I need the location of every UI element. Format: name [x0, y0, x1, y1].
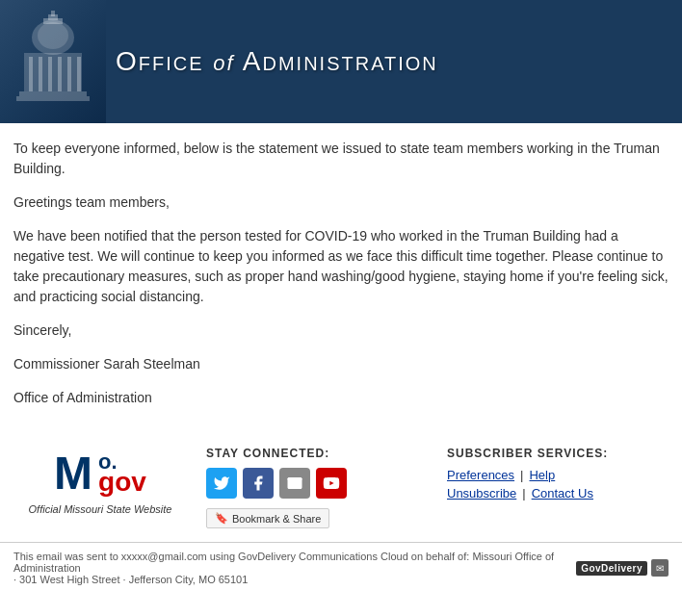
svg-rect-13: [16, 96, 90, 101]
footer-email-text: This email was sent to xxxxx@gmail.com u…: [13, 551, 554, 574]
svg-rect-9: [58, 57, 62, 91]
separator-2: |: [522, 486, 525, 500]
govdelivery-icon: ✉: [651, 559, 669, 577]
separator-1: |: [520, 468, 523, 482]
paragraph-2: Greetings team members,: [13, 192, 669, 213]
svg-rect-6: [29, 57, 33, 91]
title-administration: Administration: [243, 46, 438, 76]
mo-gov: gov: [98, 469, 146, 496]
preferences-link[interactable]: Preferences: [447, 468, 514, 482]
svg-point-4: [38, 22, 68, 49]
svg-rect-2: [51, 11, 55, 16]
footer-subscriber-services: SUBSCRIBER SERVICES: Preferences | Help …: [447, 447, 669, 500]
mo-letter: M: [54, 447, 92, 500]
social-icons: [206, 468, 428, 499]
help-link[interactable]: Help: [529, 468, 555, 482]
facebook-icon[interactable]: [243, 468, 274, 499]
svg-rect-10: [67, 57, 71, 91]
bookmark-icon: 🔖: [215, 512, 228, 525]
header-title: Office of Administration: [116, 46, 438, 77]
twitter-icon[interactable]: [206, 468, 237, 499]
subscriber-links: Preferences | Help Unsubscribe | Contact…: [447, 468, 669, 500]
paragraph-5: Commissioner Sarah Steelman: [13, 354, 669, 374]
subscriber-label: SUBSCRIBER SERVICES:: [447, 447, 669, 460]
bookmark-share-button[interactable]: 🔖 Bookmark & Share: [206, 508, 329, 528]
svg-rect-8: [48, 57, 52, 91]
govdelivery-brand: GovDelivery ✉: [576, 559, 669, 577]
footer-logo: M o. gov Official Missouri State Website: [13, 447, 187, 515]
footer-area: M o. gov Official Missouri State Website…: [0, 437, 682, 542]
youtube-icon[interactable]: [316, 468, 347, 499]
contact-link[interactable]: Contact Us: [532, 486, 593, 500]
official-text: Official Missouri State Website: [29, 503, 172, 515]
paragraph-3: We have been notified that the person te…: [13, 226, 669, 307]
svg-rect-12: [19, 91, 87, 96]
title-office: Office: [116, 46, 204, 76]
mo-gov-logo: M o. gov: [54, 447, 146, 500]
subscriber-row-2: Unsubscribe | Contact Us: [447, 486, 669, 500]
mo-gov-text: o. gov: [98, 451, 146, 496]
main-content: To keep everyone informed, below is the …: [0, 123, 682, 437]
unsubscribe-link[interactable]: Unsubscribe: [447, 486, 516, 500]
govdelivery-logo: GovDelivery: [576, 561, 647, 576]
title-of: of: [213, 51, 234, 75]
capitol-icon: [14, 9, 92, 115]
svg-rect-7: [39, 57, 42, 91]
paragraph-1: To keep everyone informed, below is the …: [13, 139, 669, 179]
page-header: Office of Administration: [0, 0, 682, 123]
paragraph-4: Sincerely,: [13, 321, 669, 341]
stay-connected-label: STAY CONNECTED:: [206, 447, 428, 460]
svg-rect-11: [77, 57, 81, 91]
subscriber-row-1: Preferences | Help: [447, 468, 669, 482]
bottom-footer-text: This email was sent to xxxxx@gmail.com u…: [13, 551, 576, 585]
bottom-footer: This email was sent to xxxxx@gmail.com u…: [0, 542, 682, 593]
footer-stay-connected: STAY CONNECTED: 🔖 Bookmark & Share: [206, 447, 428, 528]
footer-address: · 301 West High Street · Jefferson City,…: [13, 574, 248, 585]
bookmark-label: Bookmark & Share: [232, 513, 321, 525]
paragraph-6: Office of Administration: [13, 388, 669, 408]
header-background: [0, 0, 106, 123]
footer-inner: M o. gov Official Missouri State Website…: [13, 447, 669, 528]
email-icon[interactable]: [279, 468, 310, 499]
